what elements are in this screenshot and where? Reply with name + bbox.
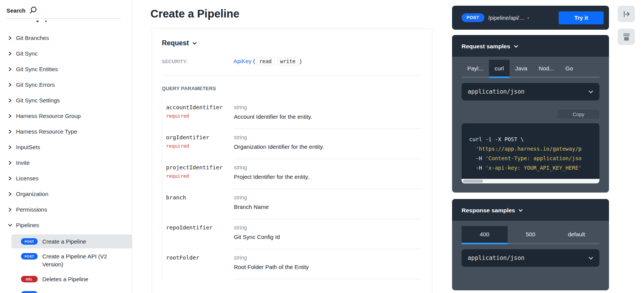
- sidebar-item-invite[interactable]: Invite: [0, 155, 132, 170]
- response-samples-card: Response samples 400500default applicati…: [452, 199, 609, 290]
- security-row: SECURITY: ApiKey (readwrite): [162, 57, 422, 65]
- request-card: Request SECURITY: ApiKey (readwrite) QUE…: [152, 28, 432, 293]
- parameter-name-cell: projectIdentifierrequired: [166, 164, 234, 189]
- scrollbar-thumb[interactable]: [463, 180, 483, 183]
- chevron-right-icon: [8, 67, 12, 72]
- chevron-down-icon: [514, 45, 518, 48]
- response-content-type-select[interactable]: application/json: [462, 249, 599, 267]
- scope-chip: write: [277, 57, 299, 65]
- required-flag: required: [166, 143, 234, 149]
- chevron-right-icon: [8, 51, 12, 56]
- sidebar-item-label: Harness Resource Group: [16, 113, 81, 119]
- sidebar-item-label: Git Sync Errors: [16, 81, 55, 88]
- request-section-toggle[interactable]: Request: [162, 39, 422, 47]
- chevron-right-icon: [8, 36, 12, 40]
- status-tab-500[interactable]: 500: [508, 226, 554, 243]
- parameter-name: projectIdentifier: [166, 164, 234, 170]
- parameter-name: orgIdentifier: [166, 134, 234, 140]
- parameter-name: rootFolder: [166, 255, 234, 261]
- code-sample: curl -i -X POST \ 'https://app.harness.i…: [462, 123, 599, 183]
- sidebar-item-licenses[interactable]: Licenses: [0, 170, 132, 186]
- search-icon[interactable]: [29, 6, 37, 14]
- paren-close: ): [300, 58, 302, 64]
- parameter-type: string: [234, 255, 422, 261]
- parameter-description: Root Folder Path of the Entity: [234, 263, 422, 271]
- parameter-description: Project Identifier for the entity.: [234, 173, 422, 180]
- sidebar-operation-item[interactable]: DELDeletes a Pipeline: [11, 272, 132, 286]
- status-tab-400[interactable]: 400: [462, 226, 508, 243]
- sidebar-item-label: Licenses: [16, 175, 38, 182]
- paren-open: (: [253, 58, 255, 64]
- try-it-button[interactable]: Try it: [559, 11, 604, 24]
- content-type-select[interactable]: application/json: [462, 83, 599, 100]
- chevron-right-icon: [8, 129, 12, 134]
- apikey-link[interactable]: ApiKey: [233, 58, 252, 64]
- parameter-detail-cell: stringProject Identifier for the entity.: [234, 164, 422, 189]
- parameter-type: string: [234, 225, 422, 231]
- operation-label: Create a Pipeline: [42, 237, 86, 245]
- security-value: ApiKey (readwrite): [233, 57, 422, 65]
- sidebar-item-label: Git Sync Entities: [16, 66, 58, 72]
- language-tab-nod[interactable]: Nod...: [533, 60, 560, 76]
- horizontal-scrollbar[interactable]: [462, 179, 599, 183]
- response-samples-heading: Response samples: [462, 207, 515, 214]
- sidebar-search[interactable]: Search: [0, 0, 132, 14]
- chevron-right-icon: [8, 145, 12, 150]
- request-section-label: Request: [162, 39, 189, 47]
- language-tab-java[interactable]: Java: [510, 60, 533, 76]
- samples-layout-button[interactable]: [618, 29, 635, 45]
- chevron-down-icon: [8, 223, 13, 227]
- chevron-right-icon: [8, 161, 12, 165]
- sidebar-item-permissions[interactable]: Permissions: [0, 202, 132, 217]
- parameter-type: string: [234, 164, 422, 170]
- request-samples-toggle[interactable]: Request samples: [452, 35, 609, 57]
- del-badge: DEL: [21, 276, 38, 282]
- language-tab-go[interactable]: Go: [560, 60, 579, 76]
- content-type-value: application/json: [468, 88, 524, 95]
- document-list-icon: [622, 32, 631, 42]
- endpoint-bar[interactable]: POST /pipeline/api/… › Try it: [452, 6, 609, 30]
- clipped-sidebar-item: [0, 19, 132, 24]
- sidebar-item-harness-resource-type[interactable]: Harness Resource Type: [0, 124, 132, 139]
- post-badge-partial: [21, 291, 38, 293]
- sidebar-item-pipelines[interactable]: Pipelines: [0, 217, 132, 233]
- parameter-type: string: [234, 104, 422, 110]
- sidebar-operation-item[interactable]: POSTCreate a Pipeline API (V2 Version): [11, 249, 132, 271]
- sidebar-operation-item[interactable]: POSTCreate a Pipeline: [11, 234, 132, 248]
- section-divider: [162, 75, 422, 76]
- parameter-description: Branch Name: [234, 203, 422, 210]
- sidebar-item-git-sync[interactable]: Git Sync: [0, 46, 132, 61]
- sidebar-item-git-sync-errors[interactable]: Git Sync Errors: [0, 77, 132, 92]
- parameter-name: accountIdentifier: [166, 104, 234, 110]
- query-parameters-list: accountIdentifierrequiredstringAccount I…: [162, 99, 422, 279]
- sidebar-item-inputsets[interactable]: InputSets: [0, 139, 132, 155]
- collapse-panel-button[interactable]: [618, 6, 635, 22]
- operation-label: Create a Pipeline API (V2 Version): [42, 252, 129, 268]
- parameter-name-cell: orgIdentifierrequired: [166, 134, 234, 159]
- copy-button[interactable]: Copy: [558, 110, 599, 119]
- chevron-right-icon: ›: [527, 15, 529, 21]
- sidebar-item-git-branches[interactable]: Git Branches: [0, 30, 132, 46]
- chevron-right-icon: [8, 176, 12, 181]
- pipelines-children: POSTCreate a PipelinePOSTCreate a Pipeli…: [0, 233, 132, 286]
- sidebar-item-git-sync-entities[interactable]: Git Sync Entities: [0, 61, 132, 77]
- response-samples-toggle[interactable]: Response samples: [452, 199, 609, 221]
- chevron-right-icon: [8, 114, 12, 118]
- status-code-tabs: 400500default: [462, 226, 599, 244]
- sidebar-item-git-sync-settings[interactable]: Git Sync Settings: [0, 92, 132, 108]
- sidebar-item-organization[interactable]: Organization: [0, 186, 132, 202]
- status-tab-default[interactable]: default: [553, 226, 599, 243]
- sidebar-item-harness-resource-group[interactable]: Harness Resource Group: [0, 108, 132, 124]
- chevron-down-icon: [518, 209, 523, 212]
- sidebar-item-label: Permissions: [16, 206, 47, 213]
- parameter-type: string: [234, 194, 422, 201]
- language-tab-curl[interactable]: curl: [489, 60, 510, 76]
- parameter-name-cell: branch: [166, 194, 234, 219]
- parameter-detail-cell: stringAccount Identifier for the entity.: [234, 104, 422, 129]
- language-tab-payl[interactable]: Payl...: [462, 60, 489, 76]
- query-parameters-heading: QUERY PARAMETERS: [162, 86, 422, 91]
- parameter-detail-cell: stringGit Sync Config Id: [234, 225, 422, 249]
- response-content-type-value: application/json: [468, 255, 524, 261]
- chevron-right-icon: [8, 207, 12, 212]
- sidebar-item-label: Git Sync Settings: [16, 97, 60, 104]
